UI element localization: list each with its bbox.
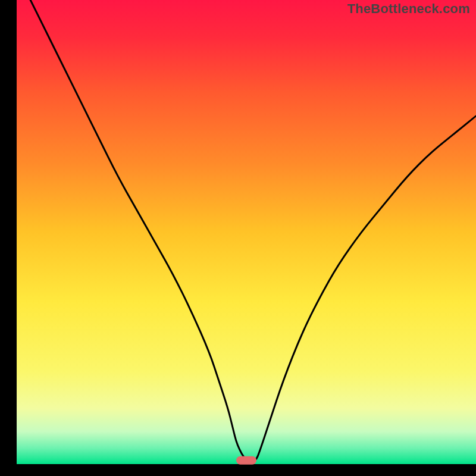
bottleneck-chart: TheBottleneck.com <box>0 0 476 476</box>
watermark-label: TheBottleneck.com <box>347 1 470 17</box>
chart-canvas <box>0 0 476 476</box>
plot-background <box>17 0 476 464</box>
optimal-marker <box>236 456 256 465</box>
